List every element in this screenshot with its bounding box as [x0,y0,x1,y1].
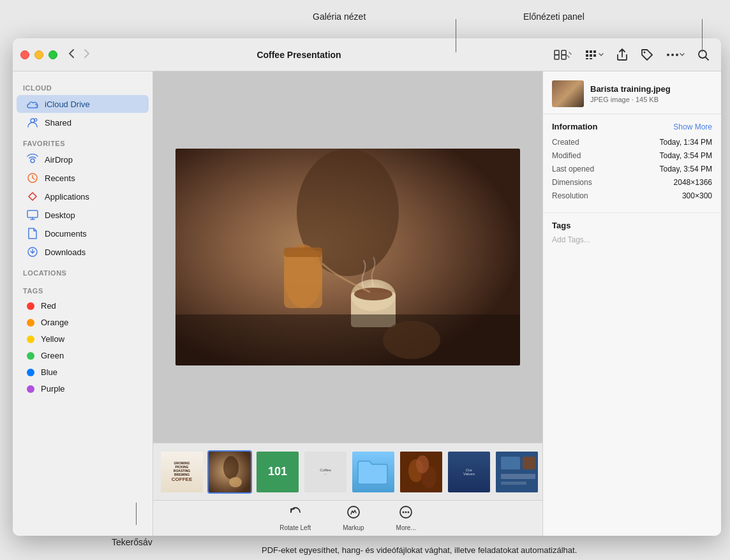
show-more-button[interactable]: Show More [673,122,712,131]
finder-window: Coffee Presentation [13,38,721,536]
filmstrip-thumb-5[interactable] [351,450,396,494]
tags-title: Tags [552,221,712,230]
created-label: Created [552,138,579,147]
sidebar-tag-yellow[interactable]: Yellow [17,331,149,347]
svg-rect-45 [501,482,526,485]
add-tags-placeholder[interactable]: Add Tags... [552,235,712,244]
markup-button[interactable]: Markup [336,503,370,534]
icloud-drive-icon [27,98,38,110]
panel-section-title: Information Show More [552,122,712,131]
sidebar-tags-header: Tags [13,279,153,297]
recents-icon [27,172,38,184]
content-area: iCloud iCloud Drive [13,71,721,536]
svg-rect-2 [555,55,559,59]
minimize-button[interactable] [34,50,43,59]
thumb-brand-content: Coffee··· [304,452,346,492]
search-button[interactable] [693,46,713,64]
resolution-label: Resolution [552,191,588,200]
filmstrip-thumb-3[interactable]: 101 [255,450,300,494]
last-opened-label: Last opened [552,165,594,173]
info-row-last-opened: Last opened Today, 3:54 PM [552,165,712,173]
sidebar-item-applications-label: Applications [45,192,89,202]
thumb-coffee-book-content: GROWINGPICKINGROASTINGBREWINGCOFFEE [161,452,203,492]
applications-icon [27,191,38,202]
thumb-beans-content [400,452,442,492]
sidebar-tag-yellow-label: Yellow [41,334,64,344]
more-button[interactable]: More... [390,503,422,534]
sidebar-item-documents-label: Documents [45,229,87,239]
svg-rect-42 [501,457,520,469]
panel-filetype: JPEG image · 145 KB [590,96,712,103]
svg-point-28 [354,288,392,300]
sidebar-tag-purple[interactable]: Purple [17,381,149,397]
filmstrip-thumb-6[interactable] [399,450,443,494]
sidebar-item-downloads-label: Downloads [45,247,86,257]
sidebar-item-recents-label: Recents [45,173,75,183]
panel-header: Barista training.jpeg JPEG image · 145 K… [543,71,721,114]
close-button[interactable] [20,50,29,59]
view-toggle-button[interactable] [549,47,577,63]
sidebar-item-recents[interactable]: Recents [17,169,149,187]
information-title: Information [552,122,598,131]
svg-rect-1 [562,50,566,55]
documents-icon [27,228,38,239]
svg-point-49 [405,512,407,513]
info-row-resolution: Resolution 300×300 [552,191,712,200]
share-button[interactable] [612,45,632,64]
markup-label: Markup [343,524,364,531]
svg-rect-9 [593,54,596,57]
sidebar-tag-orange[interactable]: Orange [17,314,149,330]
orange-dot [27,319,34,327]
filmstrip-annotation: Tekerősáv [112,537,153,547]
sidebar-tag-red[interactable]: Red [17,298,149,314]
last-opened-value: Today, 3:54 PM [660,165,713,173]
svg-point-40 [416,455,429,473]
svg-rect-3 [562,55,566,59]
rotate-left-label: Rotate Left [279,524,311,531]
svg-point-36 [229,477,242,487]
sidebar-tag-blue[interactable]: Blue [17,364,149,380]
rotate-left-button[interactable]: Rotate Left [273,503,317,534]
sidebar-tag-green-label: Green [41,351,64,360]
sidebar-item-shared[interactable]: Shared [17,114,149,131]
group-button[interactable] [581,47,608,63]
svg-rect-4 [586,50,588,53]
sidebar-item-applications[interactable]: Applications [17,188,149,205]
resolution-value: 300×300 [682,191,712,200]
filmstrip-thumb-1[interactable]: GROWINGPICKINGROASTINGBREWINGCOFFEE [160,450,204,494]
svg-rect-30 [284,251,322,308]
sidebar-item-airdrop[interactable]: AirDrop [17,151,149,168]
svg-point-18 [34,119,37,121]
sidebar-item-downloads[interactable]: Downloads [17,243,149,261]
svg-point-50 [408,512,410,513]
filmstrip-thumb-2[interactable] [207,450,252,494]
coffee-scene-svg [175,149,520,365]
panel-file-info: Barista training.jpeg JPEG image · 145 K… [590,84,712,104]
green-dot [27,352,34,360]
tag-button[interactable] [636,45,658,64]
blue-dot [27,369,34,376]
more-actions-button[interactable] [662,48,689,62]
main-pane: GROWINGPICKINGROASTINGBREWINGCOFFEE [153,71,542,536]
toolbar-right [549,45,713,64]
filmstrip-thumb-7[interactable]: OurValues [447,450,491,494]
filmstrip-thumb-4[interactable]: Coffee··· [303,450,348,494]
preview-panel-annotation: Előnézeti panel [523,11,585,22]
sidebar-tag-green[interactable]: Green [17,348,149,364]
filmstrip-thumb-8[interactable] [495,450,539,494]
svg-point-17 [31,119,34,122]
svg-point-14 [671,54,674,56]
sidebar: iCloud iCloud Drive [13,71,153,536]
svg-rect-44 [501,474,535,479]
sidebar-tag-blue-label: Blue [41,367,57,377]
sidebar-item-icloud-drive-label: iCloud Drive [45,99,90,109]
rotate-left-icon [288,505,302,522]
svg-rect-6 [593,50,596,53]
sidebar-locations-header: Locations [13,262,153,279]
sidebar-item-desktop[interactable]: Desktop [17,206,149,224]
sidebar-favorites-header: Favorites [13,132,153,150]
sidebar-item-documents[interactable]: Documents [17,225,149,242]
sidebar-item-icloud-drive[interactable]: iCloud Drive [17,95,149,113]
svg-rect-31 [284,247,322,257]
svg-rect-10 [586,58,588,59]
